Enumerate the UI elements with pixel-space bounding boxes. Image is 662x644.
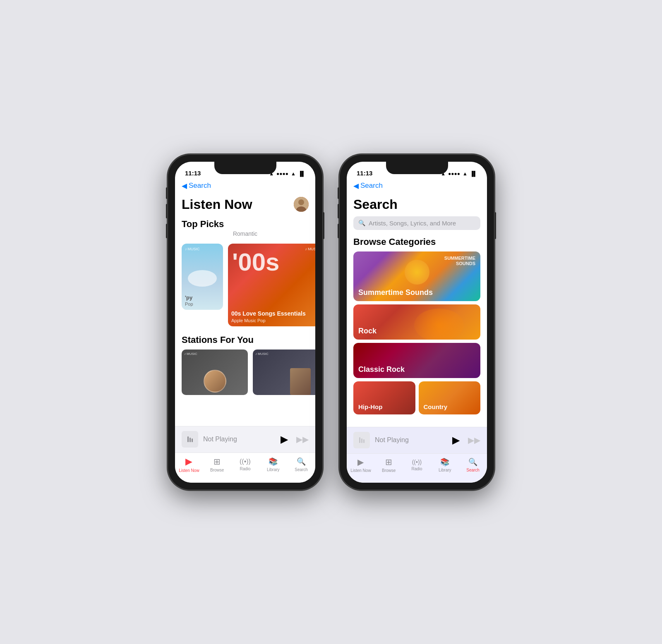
category-classic-rock[interactable]: Classic Rock: [353, 343, 480, 378]
back-label-1: Search: [189, 182, 211, 190]
now-playing-controls-1: ▶ ▶▶: [281, 433, 309, 445]
station-artist-1: [182, 363, 248, 395]
silent-button[interactable]: [166, 187, 168, 199]
tab-radio-2[interactable]: ((•)) Radio: [404, 459, 429, 471]
radio-icon-2: ((•)): [412, 459, 422, 465]
screen-content-1: 11:13 ▲ ●●●● ▲ ▐▌ ◀ Search Listen Now: [175, 162, 315, 483]
category-country[interactable]: Country: [419, 381, 481, 414]
stations-title: Stations For You: [175, 330, 315, 346]
status-time-2: 11:13: [357, 170, 372, 177]
back-chevron-2: ◀: [353, 182, 359, 190]
tab-listen-now-1[interactable]: ▶ Listen Now: [177, 456, 201, 473]
summertime-sun: [405, 260, 429, 285]
rock-label: Rock: [358, 327, 377, 335]
tab-listen-now-2[interactable]: ▶ Listen Now: [348, 457, 373, 473]
power-button-2[interactable]: [494, 212, 496, 239]
tab-library-1[interactable]: 📚 Library: [261, 457, 285, 472]
top-picks-subtitle: Romantic: [175, 230, 315, 240]
power-button[interactable]: [323, 212, 324, 239]
station-card-2[interactable]: ♪MUSIC: [253, 350, 315, 395]
back-nav-1[interactable]: ◀ Search: [175, 180, 315, 194]
card2-title: 00s Love Songs Essentials: [231, 311, 315, 317]
radio-icon-1: ((•)): [240, 458, 251, 465]
card-2[interactable]: ♪ MUSIC '00s 00s Love Songs Essentials A…: [228, 244, 315, 326]
silent-button-2[interactable]: [338, 187, 339, 199]
tab-browse-2[interactable]: ⊞ Browse: [377, 457, 401, 473]
status-icons-1: ▲ ●●●● ▲ ▐▌: [269, 171, 305, 177]
notch-2: [386, 162, 448, 174]
search-placeholder-text: Artists, Songs, Lyrics, and More: [369, 220, 456, 227]
card-1[interactable]: ♪ MUSIC 'py Pop: [182, 244, 223, 310]
browse-icon-1: ⊞: [213, 457, 221, 467]
now-playing-label-1: Not Playing: [203, 436, 276, 443]
svg-rect-7: [361, 438, 362, 443]
classic-rock-label: Classic Rock: [358, 365, 405, 374]
notch-1: [214, 162, 276, 174]
apple-music-icon-1: ♪: [185, 247, 187, 251]
artist-figure-2: [290, 368, 311, 395]
search-screen: 11:13 ▲ ●●●● ▲ ▐▌ ◀ Search Search: [347, 162, 487, 483]
tab-search-1[interactable]: 🔍 Search: [289, 457, 314, 472]
skip-button-2[interactable]: ▶▶: [468, 435, 480, 445]
listen-now-label-2: Listen Now: [350, 468, 371, 473]
phone-1: 11:13 ▲ ●●●● ▲ ▐▌ ◀ Search Listen Now: [168, 154, 323, 490]
tab-library-2[interactable]: 📚 Library: [432, 457, 457, 472]
card2-subtitle: Apple Music Pop: [231, 318, 315, 323]
listen-now-icon-2: ▶: [357, 457, 364, 467]
tab-radio-1[interactable]: ((•)) Radio: [233, 458, 257, 471]
volume-down-button[interactable]: [166, 224, 168, 238]
search-input-wrapper[interactable]: 🔍 Artists, Songs, Lyrics, and More: [353, 216, 480, 230]
tab-search-2[interactable]: 🔍 Search: [461, 457, 485, 472]
hiphop-label: Hip-Hop: [358, 403, 382, 410]
browse-icon-2: ⊞: [385, 457, 392, 467]
card1-title: 'py: [185, 294, 220, 301]
station-badge-2: ♪MUSIC: [255, 352, 269, 356]
status-icons-2: ▲ ●●●● ▲ ▐▌: [441, 171, 477, 177]
volume-down-button-2[interactable]: [338, 224, 339, 238]
back-nav-2[interactable]: ◀ Search: [347, 180, 487, 194]
card2-overlay: 00s Love Songs Essentials Apple Music Po…: [231, 311, 315, 323]
page-title-1: Listen Now: [182, 197, 252, 212]
summertime-label: Summertime Sounds: [358, 288, 433, 297]
play-button-1[interactable]: ▶: [281, 433, 288, 445]
now-playing-music-icon-2: [353, 432, 370, 448]
svg-rect-4: [189, 438, 191, 442]
radio-label-1: Radio: [240, 467, 250, 471]
rock-decoration: [414, 309, 464, 340]
apple-music-icon-2: ♪: [305, 247, 307, 251]
search-label-2: Search: [466, 468, 480, 472]
tab-browse-1[interactable]: ⊞ Browse: [205, 457, 230, 472]
music-badge-card1: ♪ MUSIC: [185, 247, 200, 251]
station-artist-2: [253, 363, 315, 395]
category-rock[interactable]: Rock: [353, 304, 480, 340]
wifi-icon-2: ▲: [463, 171, 468, 177]
search-icon-1: 🔍: [297, 457, 306, 466]
now-playing-bar-1: Not Playing ▶ ▶▶: [175, 426, 315, 452]
library-icon-1: 📚: [269, 457, 278, 466]
apple-music-label-2: MUSIC: [308, 247, 315, 251]
country-label: Country: [424, 403, 448, 410]
search-label-1: Search: [295, 467, 308, 472]
listen-now-header: Listen Now: [175, 194, 315, 214]
volume-up-button[interactable]: [166, 204, 168, 218]
svg-rect-8: [363, 439, 365, 443]
signal-icon-2: ●●●●: [448, 171, 460, 177]
apple-music-label-1: MUSIC: [188, 247, 200, 251]
tab-bar-1: ▶ Listen Now ⊞ Browse ((•)) Radio 📚 Libr…: [175, 452, 315, 483]
phone-screen-2: 11:13 ▲ ●●●● ▲ ▐▌ ◀ Search Search: [347, 162, 487, 483]
skip-button-1[interactable]: ▶▶: [296, 434, 309, 444]
card1-genre: Pop: [185, 302, 220, 306]
now-playing-controls-2: ▶ ▶▶: [452, 434, 480, 446]
tab-bar-2: ▶ Listen Now ⊞ Browse ((•)) Radio 📚 Libr…: [347, 453, 487, 483]
category-hiphop[interactable]: Hip-Hop: [353, 381, 415, 414]
status-time-1: 11:13: [185, 170, 201, 177]
category-summertime[interactable]: SUMMERTIMESOUNDS Summertime Sounds: [353, 251, 480, 301]
category-bottom-row: Hip-Hop Country: [353, 381, 480, 414]
browse-section: Browse Categories SUMMERTIMESOUNDS Summe…: [347, 233, 487, 427]
search-title: Search: [353, 197, 480, 212]
volume-up-button-2[interactable]: [338, 204, 339, 218]
now-playing-label-2: Not Playing: [375, 436, 447, 444]
station-card-1[interactable]: ♪MUSIC: [182, 350, 248, 395]
avatar-1[interactable]: [294, 197, 309, 212]
play-button-2[interactable]: ▶: [452, 434, 460, 446]
